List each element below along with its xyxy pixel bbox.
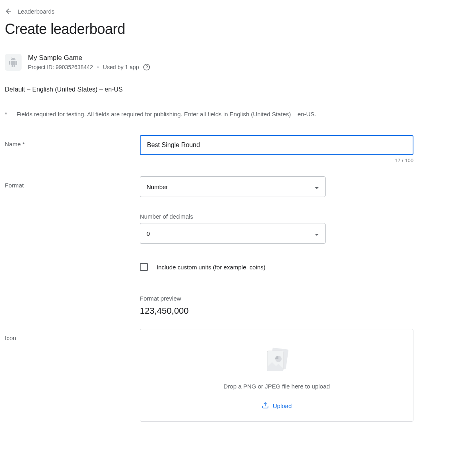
format-control: Number Number of decimals 0 Include cust…	[140, 176, 413, 316]
custom-units-row: Include custom units (for example, coins…	[140, 263, 413, 271]
locale-line: Default – English (United States) – en-U…	[5, 80, 444, 104]
custom-units-label: Include custom units (for example, coins…	[157, 264, 266, 271]
game-name: My Sample Game	[28, 54, 150, 62]
game-header: My Sample Game Project ID: 990352638442 …	[5, 45, 444, 80]
format-select-value: Number	[147, 183, 168, 190]
game-meta: Project ID: 990352638442 • Used by 1 app	[28, 64, 150, 71]
upload-label: Upload	[273, 402, 292, 409]
image-stack-icon	[262, 345, 291, 374]
breadcrumb-link[interactable]: Leaderboards	[18, 8, 55, 15]
name-char-count: 17 / 100	[140, 157, 413, 163]
format-select[interactable]: Number	[140, 176, 326, 197]
dropzone-text: Drop a PNG or JPEG file here to upload	[224, 383, 330, 390]
name-row: Name * 17 / 100	[5, 129, 444, 170]
decimals-select[interactable]: 0	[140, 223, 326, 244]
format-label: Format	[5, 176, 140, 316]
icon-dropzone[interactable]: Drop a PNG or JPEG file here to upload U…	[140, 329, 413, 422]
upload-button[interactable]: Upload	[257, 398, 297, 413]
custom-units-checkbox[interactable]	[140, 263, 148, 271]
page-title: Create leaderboard	[5, 18, 444, 45]
helper-text: * — Fields required for testing. All fie…	[5, 104, 444, 129]
project-id: Project ID: 990352638442	[28, 64, 93, 70]
name-control: 17 / 100	[140, 135, 413, 163]
name-label: Name *	[5, 135, 140, 163]
help-icon[interactable]	[143, 64, 150, 71]
format-preview-label: Format preview	[140, 295, 413, 302]
icon-label: Icon	[5, 329, 140, 422]
breadcrumb: Leaderboards	[5, 5, 444, 18]
separator-dot: •	[97, 64, 99, 70]
icon-row: Icon Drop a PNG or JPEG file here to upl…	[5, 323, 444, 428]
android-icon	[5, 54, 22, 71]
used-by: Used by 1 app	[103, 64, 139, 70]
name-input[interactable]	[140, 135, 413, 155]
dropdown-arrow-icon	[315, 183, 319, 190]
upload-icon	[262, 402, 269, 410]
format-row: Format Number Number of decimals 0 Inclu…	[5, 170, 444, 323]
game-info: My Sample Game Project ID: 990352638442 …	[28, 54, 150, 71]
back-arrow-icon[interactable]	[5, 7, 13, 15]
icon-control: Drop a PNG or JPEG file here to upload U…	[140, 329, 413, 422]
decimals-label: Number of decimals	[140, 213, 413, 220]
format-preview-value: 123,450,000	[140, 306, 413, 316]
dropdown-arrow-icon	[315, 230, 319, 237]
decimals-select-value: 0	[147, 230, 150, 237]
